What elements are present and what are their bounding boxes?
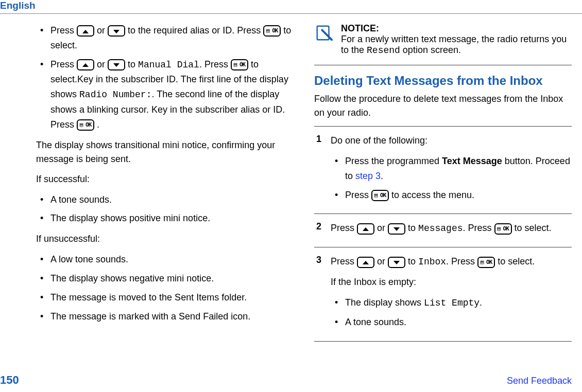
text: or <box>377 223 388 233</box>
text: . Press <box>199 59 231 69</box>
divider <box>314 65 572 65</box>
notice-content: NOTICE: For a newly written text message… <box>341 23 572 56</box>
paragraph: The display shows transitional mini noti… <box>36 138 294 166</box>
text: option screen. <box>400 45 461 55</box>
list-item: Press the programmed Text Message button… <box>331 154 572 184</box>
section-heading: Deleting Text Messages from the Inbox <box>314 74 572 88</box>
page-number: 150 <box>0 373 19 387</box>
text: . <box>381 171 383 181</box>
down-arrow-icon <box>108 59 125 70</box>
step-text: Press or to Inbox. Press ▤ OK to select. <box>331 255 572 269</box>
unsuccess-list: A low tone sounds. The display shows neg… <box>36 252 294 324</box>
ok-button-icon: ▤ OK <box>231 59 248 70</box>
step-sublist: The display shows List Empty. A tone sou… <box>331 295 572 330</box>
down-arrow-icon <box>388 257 405 268</box>
text: Press <box>50 25 77 35</box>
page-header: English <box>0 0 582 14</box>
step-link[interactable]: step 3 <box>355 171 381 181</box>
step-item: Press or to Inbox. Press ▤ OK to select.… <box>314 247 572 342</box>
text: to <box>408 223 418 233</box>
up-arrow-icon <box>357 257 374 268</box>
mono-text: Manual Dial <box>138 60 199 70</box>
text: Press <box>345 190 371 200</box>
text: or <box>97 59 108 69</box>
text: . <box>97 119 99 130</box>
step-item: Do one of the following: Press the progr… <box>314 126 572 213</box>
notice-box: NOTICE: For a newly written text message… <box>314 23 572 56</box>
text: to select. <box>515 223 552 233</box>
text: to access the menu. <box>391 190 474 200</box>
list-item: A tone sounds. <box>331 315 572 330</box>
success-list: A tone sounds. The display shows positiv… <box>36 192 294 226</box>
instruction-item: Press or to the required alias or ID. Pr… <box>36 23 294 53</box>
svg-rect-0 <box>317 26 329 40</box>
text: The display shows <box>345 297 424 308</box>
text: Press <box>50 59 77 69</box>
right-column: NOTICE: For a newly written text message… <box>314 23 572 342</box>
step-text: Press or to Messages. Press ▤ OK to sele… <box>331 221 572 236</box>
ok-button-icon: ▤ OK <box>77 119 94 131</box>
notice-body: For a newly written text message, the ra… <box>341 34 572 56</box>
notice-title: NOTICE: <box>341 23 572 34</box>
steps-list: Do one of the following: Press the progr… <box>314 126 572 342</box>
text: or <box>377 256 388 266</box>
bold-text: Text Message <box>442 156 502 166</box>
up-arrow-icon <box>77 25 94 37</box>
mono-text: Inbox <box>418 257 446 267</box>
page-footer: 150 Send Feedback <box>0 373 572 387</box>
ok-button-icon: ▤ OK <box>477 257 495 268</box>
text: to the required alias or ID. Press <box>128 25 263 35</box>
instruction-item: Press or to Manual Dial. Press ▤ OK to s… <box>36 57 294 132</box>
step-item: Press or to Messages. Press ▤ OK to sele… <box>314 213 572 247</box>
text: to <box>408 256 418 266</box>
up-arrow-icon <box>77 59 94 70</box>
down-arrow-icon <box>108 25 125 37</box>
language-label: English <box>0 0 36 11</box>
mono-text: Messages <box>418 223 463 234</box>
text: . Press <box>463 223 494 233</box>
section-intro: Follow the procedure to delete text mess… <box>314 92 572 120</box>
list-item: A low tone sounds. <box>36 252 294 267</box>
step-sublist: Press the programmed Text Message button… <box>331 154 572 202</box>
notice-icon <box>314 23 334 43</box>
text: Press the programmed <box>345 156 442 166</box>
left-column: Press or to the required alias or ID. Pr… <box>10 23 294 342</box>
text: Press <box>331 223 357 233</box>
send-feedback-link[interactable]: Send Feedback <box>507 376 572 386</box>
up-arrow-icon <box>357 223 374 235</box>
list-item: The message is moved to the Sent Items f… <box>36 290 294 305</box>
text: or <box>97 25 108 35</box>
list-item: A tone sounds. <box>36 192 294 207</box>
instruction-list: Press or to the required alias or ID. Pr… <box>36 23 294 132</box>
paragraph: If successful: <box>36 172 294 186</box>
text: Press <box>331 256 357 266</box>
text: to select. <box>498 256 535 266</box>
list-item: The display shows negative mini notice. <box>36 271 294 286</box>
ok-button-icon: ▤ OK <box>263 25 281 37</box>
mono-text: List Empty <box>424 298 480 308</box>
list-item: The display shows positive mini notice. <box>36 211 294 226</box>
text: . <box>480 297 482 308</box>
step-lead: Do one of the following: <box>331 134 572 148</box>
mono-text: Resend <box>367 45 400 56</box>
mono-text: Radio Number: <box>79 90 151 100</box>
ok-button-icon: ▤ OK <box>494 223 512 235</box>
text: to <box>128 59 138 69</box>
down-arrow-icon <box>388 223 405 235</box>
paragraph: If unsuccessful: <box>36 232 294 246</box>
list-item: The message is marked with a Send Failed… <box>36 309 294 324</box>
paragraph: If the Inbox is empty: <box>331 275 572 289</box>
text: . Press <box>446 256 477 266</box>
list-item: The display shows List Empty. <box>331 295 572 311</box>
content-columns: Press or to the required alias or ID. Pr… <box>0 23 582 342</box>
ok-button-icon: ▤ OK <box>371 190 389 201</box>
list-item: Press ▤ OK to access the menu. <box>331 188 572 203</box>
